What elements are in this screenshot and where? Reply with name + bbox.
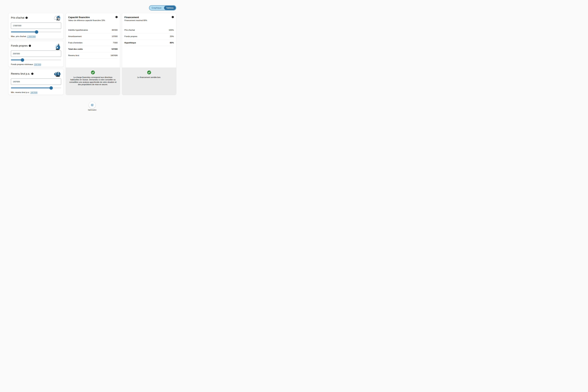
row-value: 36'000 — [112, 29, 118, 31]
affordability-subtitle: Valeur de référence capacité financière … — [68, 20, 105, 22]
check-circle-icon — [91, 70, 95, 75]
gross-income-input[interactable] — [11, 78, 61, 85]
house-icon — [54, 15, 61, 22]
equity-slider[interactable] — [11, 58, 61, 62]
affordability-title: Capacité financière — [68, 16, 105, 19]
row-label: Revenu brut — [68, 54, 79, 57]
money-bag-icon — [54, 43, 61, 51]
min-income-link[interactable]: 160'606 — [30, 91, 38, 94]
gross-income-header: Revenu brut p.a. i — [11, 71, 61, 78]
equity-title-text: Fonds propres — [11, 44, 28, 47]
table-row: Revenu brut 160'606 — [68, 52, 118, 59]
info-icon[interactable]: i — [31, 73, 34, 75]
toggle-option-graphique[interactable]: Graphique — [149, 6, 164, 10]
slider-track — [11, 88, 61, 88]
optimisation-button[interactable] — [89, 102, 96, 108]
equity-title: Fonds propres i — [11, 44, 31, 47]
financing-status-text: Le financement semble bon. — [125, 76, 173, 78]
slider-fill — [11, 32, 36, 32]
gross-income-slider[interactable] — [11, 86, 61, 90]
affordability-table: Intérêts hypothécaires 36'000 Amortissem… — [68, 27, 118, 59]
affordability-status: La charge financière correspond aux dire… — [66, 68, 120, 95]
min-equity-link[interactable]: 200'000 — [34, 63, 41, 66]
affordability-card: Capacité financière Valeur de référence … — [66, 13, 120, 95]
slider-fill — [11, 88, 51, 88]
purchase-price-slider[interactable] — [11, 30, 61, 34]
slider-thumb[interactable] — [50, 86, 53, 90]
equity-card: Fonds propres i — [8, 41, 64, 67]
equity-input[interactable] — [11, 50, 61, 57]
row-label: Fonds propres — [124, 35, 137, 38]
row-value: 20% — [170, 35, 174, 38]
row-label: Hypothèque — [124, 42, 136, 44]
row-label: Prix d'achat — [124, 29, 135, 31]
max-price-link[interactable]: 1'000'000 — [27, 35, 36, 38]
row-value: 160'606 — [110, 54, 118, 57]
info-icon[interactable]: i — [29, 45, 31, 47]
slider-track — [11, 60, 61, 60]
equity-header: Fonds propres i — [11, 43, 61, 50]
row-label: Amortissement — [68, 35, 82, 38]
input-column: Prix d'achat i — [8, 13, 64, 95]
affordability-header: Capacité financière Valeur de référence … — [66, 13, 120, 22]
row-value: 100% — [169, 29, 174, 31]
financing-card: Financement Financement maximal 80% i Pr… — [122, 13, 176, 95]
gross-income-card: Revenu brut p.a. i — [8, 69, 64, 95]
row-value: 7'000 — [113, 42, 118, 44]
gross-income-title: Revenu brut p.a. i — [11, 72, 34, 75]
gross-income-title-text: Revenu brut p.a. — [11, 72, 30, 75]
financing-subtitle: Financement maximal 80% — [124, 20, 147, 22]
table-row: Amortissement 10'000 — [68, 33, 118, 40]
slider-thumb[interactable] — [21, 58, 24, 62]
min-income-label: Min. revenu brut p.a.: — [11, 91, 30, 94]
table-row: Frais d'entretien 7'000 — [68, 40, 118, 46]
info-icon[interactable]: i — [172, 16, 174, 18]
table-row: Fonds propres 20% — [124, 33, 174, 40]
slider-thumb[interactable] — [35, 30, 38, 34]
toggle-option-tableau[interactable]: Tableau — [164, 6, 176, 10]
info-icon[interactable]: i — [26, 17, 28, 19]
table-row-mortgage: Hypothèque 80% — [124, 40, 174, 46]
purchase-price-input[interactable] — [11, 22, 61, 29]
optimisation-label: Optimisation — [0, 109, 184, 111]
table-row: Intérêts hypothécaires 36'000 — [68, 27, 118, 33]
min-equity-label: Fonds propres minimaux: — [11, 63, 34, 66]
row-label: Frais d'entretien — [68, 42, 82, 44]
view-toggle: Graphique Tableau — [149, 5, 176, 10]
purchase-price-title: Prix d'achat i — [11, 16, 28, 19]
financing-table: Prix d'achat 100% Fonds propres 20% Hypo… — [124, 27, 174, 46]
purchase-price-header: Prix d'achat i — [11, 15, 61, 22]
tune-icon — [90, 104, 94, 107]
purchase-price-card: Prix d'achat i — [8, 13, 64, 39]
financing-status: Le financement semble bon. — [122, 68, 176, 95]
calculator-layout: Prix d'achat i — [8, 13, 176, 95]
purchase-price-title-text: Prix d'achat — [11, 16, 24, 19]
affordability-status-text: La charge financière correspond aux dire… — [69, 76, 117, 86]
purchase-price-footer: Max. prix d'achat: 1'000'000 — [11, 35, 61, 38]
equity-footer: Fonds propres minimaux: 200'000 — [11, 63, 61, 66]
row-value: 10'000 — [112, 35, 118, 38]
max-price-label: Max. prix d'achat: — [11, 35, 26, 38]
row-value: 53'000 — [112, 48, 118, 50]
financing-header: Financement Financement maximal 80% i — [122, 13, 176, 22]
optimisation-section: Optimisation — [0, 102, 184, 111]
row-label: Intérêts hypothécaires — [68, 29, 88, 31]
coins-icon — [54, 71, 61, 78]
row-label: Total des coûts — [68, 48, 83, 50]
gross-income-footer: Min. revenu brut p.a.: 160'606 — [11, 91, 61, 94]
check-circle-icon — [147, 70, 151, 75]
row-value: 80% — [170, 42, 174, 44]
info-icon[interactable]: i — [116, 16, 118, 18]
table-row: Prix d'achat 100% — [124, 27, 174, 33]
financing-title: Financement — [124, 16, 147, 19]
table-row-total: Total des coûts 53'000 — [68, 46, 118, 52]
